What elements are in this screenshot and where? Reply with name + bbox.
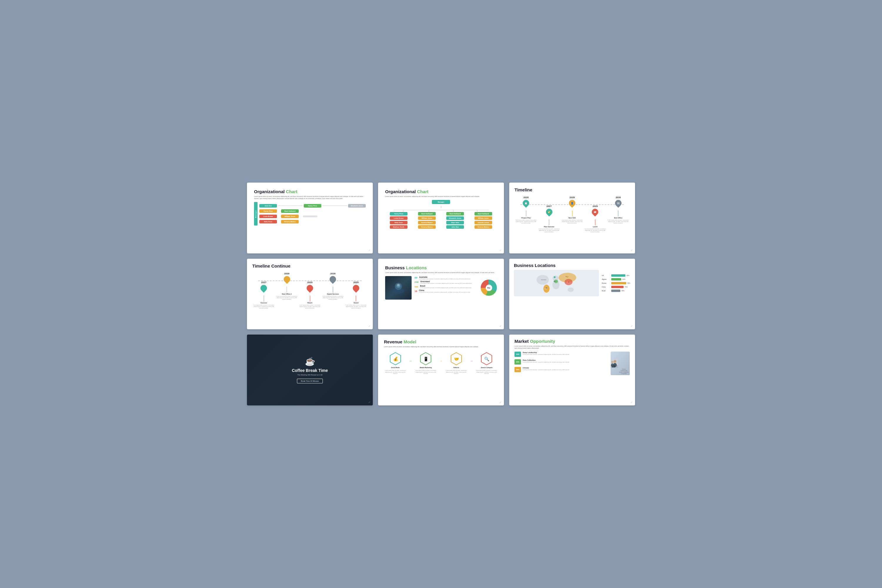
expand-icon-9[interactable]: ⤢ xyxy=(631,401,633,404)
tl-item-1: 2026 📋 Project Plan Lorem ipsum dolor si… xyxy=(514,196,537,224)
tl-item-2: 2027 ✅ Plan Success Lorem ipsum dolor si… xyxy=(537,205,560,233)
market-name-1: Deep Leadership xyxy=(523,352,608,353)
stat-row-4: 1B China Lorem ipsum dolor sit amet, con… xyxy=(414,289,478,293)
org-level-1: Jane Doe Fanny Price Elizabeth Jones xyxy=(259,204,366,208)
expand-icon-1[interactable]: ⤢ xyxy=(368,249,370,252)
break-time-button[interactable]: Break Time 30 Minutes xyxy=(297,379,322,383)
slide-coffee-break: ☕ Coffee Break Time The Meeting Will Res… xyxy=(247,334,373,405)
market-items-list: 52% Deep Leadership Lorem ipsum dolor si… xyxy=(514,352,608,375)
map-legend: UK 85% Algeria 60% Russia 90% China xyxy=(602,270,630,296)
org-level-4: Nelly Dean Victoria Watton xyxy=(259,220,366,224)
svg-point-21 xyxy=(567,276,568,278)
manager-label-1: Manager xyxy=(254,202,258,225)
slide-market-opportunity: Market Opportunity Lorem ipsum dolor sit… xyxy=(509,334,635,405)
hex-desc-3: Lorem ipsum dolor sit amet, consectetur … xyxy=(445,369,468,374)
org2-col1-r2: Nelly Dean xyxy=(390,221,408,224)
stat-country-3: Brazil xyxy=(420,285,472,287)
stat-num-3: 98K xyxy=(414,286,418,288)
svg-text:United States: United States xyxy=(541,279,546,280)
svg-text:🤝: 🤝 xyxy=(454,357,459,362)
svg-point-12 xyxy=(568,288,574,292)
org-node-jane-doe: Jane Doe xyxy=(259,204,277,208)
tl-year-2: 2027 xyxy=(546,205,552,208)
expand-icon-8[interactable]: ⤢ xyxy=(500,401,502,404)
org2-col1-head: Fanny Price xyxy=(390,212,408,216)
world-map-container: United States Algeria Russia China Brazi… xyxy=(514,270,630,296)
slide-2-subtitle: Lorem ipsum dolor sit amet, consectetur … xyxy=(385,195,497,198)
tl-pin-5: 🏢 xyxy=(615,200,621,209)
tl2-pin-1 xyxy=(261,285,267,294)
tl2-item-3: 2029 Reach Lorem ipsum dolor sit amet, c… xyxy=(298,281,321,309)
tl2-desc-1: Lorem ipsum dolor sit amet, consectetur … xyxy=(252,304,275,309)
svg-point-34 xyxy=(614,360,616,363)
legend-label-china: China xyxy=(602,286,610,288)
expand-icon-7[interactable]: ⤢ xyxy=(368,401,370,404)
org-vert-connector xyxy=(441,206,441,208)
stat-row-1: 8M Australia Lorem ipsum dolor sit amet,… xyxy=(414,276,478,280)
expand-icon-4[interactable]: ⤢ xyxy=(368,325,370,327)
hands-icon xyxy=(390,280,407,295)
tl-label-5: New Office xyxy=(614,217,622,219)
hex-label-3: Referral xyxy=(453,367,459,368)
org-chart-main-1: Jane Doe Fanny Price Elizabeth Jones Fan… xyxy=(259,204,366,224)
tl-pin-1: 📋 xyxy=(523,200,529,209)
slide-revenue-model: Revenue Model Lorem ipsum dolor sit amet… xyxy=(378,334,504,405)
hex-1: 💰 Socia Media Lorem ipsum dolor sit amet… xyxy=(384,352,407,374)
market-pct-2: 60% xyxy=(514,359,521,364)
tl-pin-2: ✅ xyxy=(546,209,552,218)
legend-label-brazil: Brazil xyxy=(602,290,610,292)
tl-year-3: 2028 xyxy=(570,196,575,199)
market-desc-1: Lorem ipsum dolor sit amet, consectetur … xyxy=(523,354,608,355)
market-photo: Global Professional leader completely co… xyxy=(610,352,630,375)
coffee-cup-icon: ☕ xyxy=(305,357,315,366)
tl2-desc-2: Lorem ipsum dolor sit amet, consectetur … xyxy=(275,296,298,300)
tl-desc-2: Lorem ipsum dolor sit amet, consectetur … xyxy=(537,228,560,233)
market-desc-3: Lorem ipsum dolor sit amet, consectetur … xyxy=(523,369,608,370)
legend-pct-algeria: 60% xyxy=(622,278,626,280)
hex-label-2: Mobile Marketing xyxy=(420,367,432,368)
slide-org-chart-1: Organizational Chart Lorem ipsum dolor s… xyxy=(247,183,373,254)
hex-3: 🤝 Referral Lorem ipsum dolor sit amet, c… xyxy=(445,352,468,374)
org-connector-h xyxy=(278,206,303,206)
org2-col3-r3: John Doe xyxy=(446,225,464,229)
org-node-nelly-dean: Nelly Dean xyxy=(259,220,277,224)
tl2-label-1: Success xyxy=(261,302,267,304)
tl2-year-3: 2029 xyxy=(307,281,312,284)
tl2-year-2: 2028 xyxy=(284,272,290,275)
arrow-1: → xyxy=(409,359,412,363)
slide-biz-loc-2: Business Locations xyxy=(509,259,635,330)
tl-year-4: 2029 xyxy=(593,205,598,208)
tl2-item-4: 2030 Digital Success Lorem ipsum dolor s… xyxy=(321,272,344,300)
biz-photo xyxy=(385,276,412,300)
stat-num-1: 8M xyxy=(414,277,417,279)
stat-desc-3: Lorem ipsum dolor sit amet, consectetur … xyxy=(420,287,472,288)
tl2-pin-5 xyxy=(353,285,359,294)
slide-5-subtitle: Lorem ipsum dolor sit amet, consectetur … xyxy=(385,272,497,274)
legend-pct-brazil: 55% xyxy=(621,290,624,292)
expand-icon-5[interactable]: ⤢ xyxy=(500,325,502,327)
svg-point-23 xyxy=(546,287,547,289)
stat-desc-1: Lorem ipsum dolor sit amet, consectetur … xyxy=(419,278,471,280)
org-node-linda-brown: Linda Brown xyxy=(259,214,277,218)
tl-label-2: Plan Success xyxy=(544,226,554,228)
org-node-basil-hallward: Basil Hallward xyxy=(281,209,299,213)
org2-col2-r3: Victoria Watton xyxy=(418,225,436,229)
tl-year-1: 2026 xyxy=(524,196,529,199)
org2-col-4: Basil Hallward William Jones Isabella Li… xyxy=(474,212,492,229)
legend-bar-china xyxy=(611,286,624,288)
expand-icon-2[interactable]: ⤢ xyxy=(500,249,502,252)
stat-num-2: 21M xyxy=(414,281,418,283)
tl-item-3: 2028 👤 New CEO Lorem ipsum dolor sit ame… xyxy=(561,196,584,224)
legend-bar-brazil xyxy=(611,290,620,292)
expand-icon-3[interactable]: ⤢ xyxy=(631,249,633,252)
tl-label-4: Lunch xyxy=(593,226,598,228)
slide-1-title: Organizational Chart xyxy=(254,189,366,194)
org-node-victoria-watton: Victoria Watton xyxy=(281,220,299,224)
tl2-year-5: 2029 xyxy=(353,281,358,284)
tl2-year-1: 2027 xyxy=(261,281,266,284)
tl2-label-3: Reach xyxy=(308,302,312,304)
tl-desc-1: Lorem ipsum dolor sit amet, consectetur … xyxy=(514,219,537,224)
expand-icon-6[interactable]: ⤢ xyxy=(631,325,633,327)
hex-2: 📱 Mobile Marketing Lorem ipsum dolor sit… xyxy=(414,352,438,374)
timeline-row-1: 2026 📋 Project Plan Lorem ipsum dolor si… xyxy=(514,196,630,233)
